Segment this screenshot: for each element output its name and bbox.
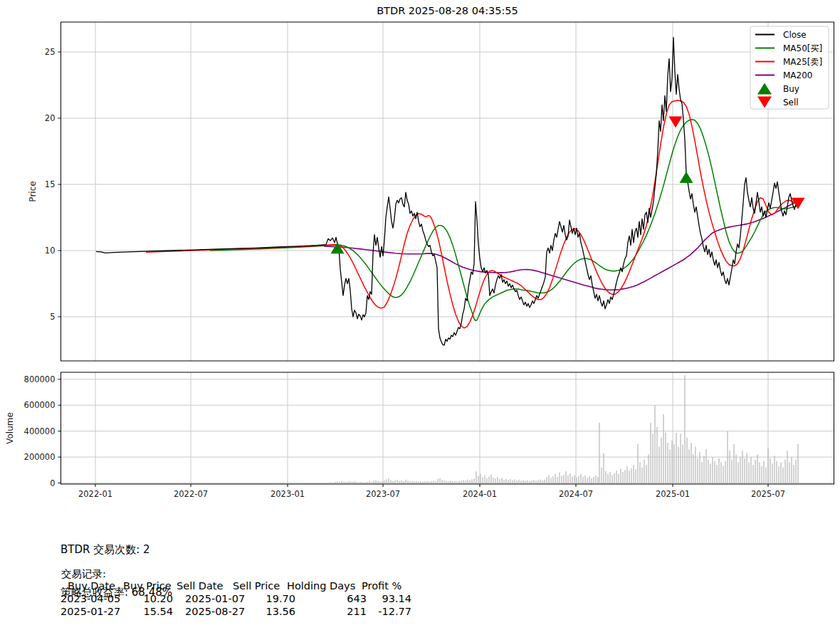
legend-label: MA25[卖] [783, 57, 822, 67]
svg-text:2025-07: 2025-07 [751, 489, 785, 499]
svg-text:15: 15 [45, 179, 56, 189]
sell-marker [669, 117, 683, 128]
svg-text:2023-07: 2023-07 [366, 489, 400, 499]
figure: 51015202502000004000006000008000002022-0… [0, 0, 840, 625]
svg-text:5: 5 [50, 312, 55, 322]
svg-text:2023-01: 2023-01 [271, 489, 305, 499]
trade-table-header: Buy Date Buy Price Sell Date Sell Price … [0, 580, 498, 593]
price-panel-frame [61, 22, 834, 361]
axis-labels: PriceVolumeBTDR 2025-08-28 04:35:55 [5, 5, 518, 444]
svg-text:600000: 600000 [24, 400, 56, 410]
trade-records-title: 交易记录: [61, 567, 106, 581]
col-profit-pct: Profit % [362, 580, 401, 592]
gridlines [61, 22, 834, 484]
chart-title: BTDR 2025-08-28 04:35:55 [377, 5, 518, 16]
svg-text:2024-01: 2024-01 [463, 489, 497, 499]
col-sell-date: Sell Date [177, 580, 223, 592]
svg-text:0: 0 [50, 478, 55, 488]
svg-text:2022-01: 2022-01 [78, 489, 112, 499]
cell-sell-date: 2025-01-07 [185, 593, 245, 604]
legend-label: Sell [783, 98, 799, 107]
cell-holding-days: 211 [331, 606, 367, 617]
cell-profit-pct: -12.77 [369, 606, 411, 617]
ma50-line [210, 120, 799, 321]
cell-sell-price: 19.70 [253, 593, 295, 604]
cell-buy-date: 2023-04-05 [61, 593, 120, 604]
cell-sell-price: 13.56 [253, 606, 295, 617]
svg-text:25: 25 [45, 47, 56, 57]
volume-panel-frame [61, 372, 834, 484]
col-buy-price: Buy Price [123, 580, 172, 592]
legend: CloseMA50[买]MA25[卖]MA200BuySell [750, 26, 829, 109]
cell-holding-days: 643 [331, 593, 367, 604]
col-buy-date: Buy Date [68, 580, 115, 592]
buy-marker [680, 172, 693, 183]
legend-label: MA50[买] [783, 43, 822, 53]
cell-sell-date: 2025-08-27 [185, 606, 245, 617]
ma25-line [146, 100, 799, 328]
svg-text:400000: 400000 [24, 426, 56, 436]
table-row: 2023-04-05 10.20 2025-01-07 19.70 643 93… [0, 593, 498, 606]
svg-text:20: 20 [45, 113, 56, 123]
close-line [96, 38, 799, 346]
price-volume-chart: 51015202502000004000006000008000002022-0… [0, 0, 840, 505]
volume-axis-label: Volume [5, 412, 15, 444]
svg-text:800000: 800000 [24, 374, 56, 384]
svg-text:200000: 200000 [24, 452, 56, 462]
cell-profit-pct: 93.14 [369, 593, 411, 604]
buy-marker [331, 242, 345, 253]
legend-label: MA200 [783, 70, 812, 80]
table-row: 2025-01-27 15.54 2025-08-27 13.56 211 -1… [0, 606, 498, 619]
cell-buy-price: 15.54 [130, 606, 173, 617]
col-holding-days: Holding Days [287, 580, 355, 592]
svg-text:10: 10 [45, 246, 56, 256]
price-axis-label: Price [28, 181, 38, 201]
volume-bars [328, 375, 798, 483]
stats-trade-count: BTDR 交易次数: 2 [61, 542, 172, 557]
cell-buy-date: 2025-01-27 [61, 606, 120, 617]
svg-text:2025-01: 2025-01 [656, 489, 690, 499]
cell-buy-price: 10.20 [130, 593, 173, 604]
col-sell-price: Sell Price [233, 580, 280, 592]
svg-text:2022-07: 2022-07 [174, 489, 208, 499]
legend-label: Buy [783, 84, 799, 94]
svg-text:2024-07: 2024-07 [559, 489, 593, 499]
legend-label: Close [783, 30, 807, 40]
